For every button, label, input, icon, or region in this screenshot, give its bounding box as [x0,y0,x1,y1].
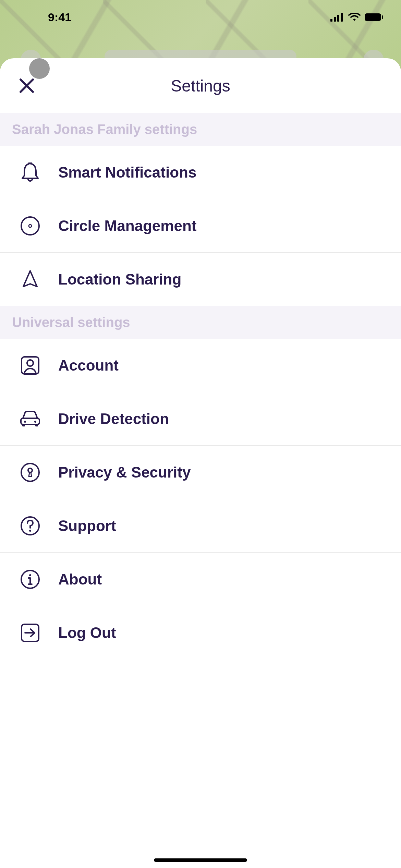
svg-point-8 [21,217,39,235]
menu-label: Account [58,357,119,374]
account-icon [19,354,41,376]
menu-item-smart-notifications[interactable]: Smart Notifications [0,146,401,199]
menu-item-account[interactable]: Account [0,339,401,392]
settings-sheet: Settings Sarah Jonas Family settings Sma… [0,58,401,868]
menu-label: Circle Management [58,217,196,234]
avatar [29,58,50,79]
cellular-icon [330,13,344,22]
menu-item-support[interactable]: Support [0,499,401,553]
status-time: 9:41 [48,11,71,24]
menu-item-drive-detection[interactable]: Drive Detection [0,392,401,446]
svg-rect-1 [334,17,336,22]
menu-label: About [58,571,102,588]
help-icon [19,515,41,537]
svg-point-13 [24,421,26,423]
menu-item-location-sharing[interactable]: Location Sharing [0,253,401,306]
menu-label: Support [58,517,116,534]
bell-icon [19,161,41,183]
menu-label: Drive Detection [58,410,169,427]
svg-rect-0 [330,19,332,22]
menu-item-log-out[interactable]: Log Out [0,606,401,659]
status-icons [330,13,384,22]
sheet-title: Settings [171,76,230,95]
location-icon [19,268,41,290]
svg-point-22 [29,574,31,576]
lock-icon [19,461,41,483]
battery-icon [365,13,384,22]
svg-rect-15 [22,424,25,426]
menu-label: Privacy & Security [58,464,191,481]
menu-item-about[interactable]: About [0,553,401,606]
svg-rect-5 [382,15,383,19]
menu-label: Location Sharing [58,271,181,288]
menu-item-privacy-security[interactable]: Privacy & Security [0,446,401,499]
menu-item-circle-management[interactable]: Circle Management [0,199,401,253]
svg-rect-16 [35,424,38,426]
section-header-universal: Universal settings [0,306,401,339]
car-icon [19,408,41,430]
circle-icon [19,215,41,237]
svg-rect-2 [337,15,339,22]
close-icon [19,77,35,94]
logout-icon [19,622,41,644]
sheet-header: Settings [0,58,401,113]
svg-point-11 [27,360,33,366]
home-indicator[interactable] [154,858,247,862]
close-button[interactable] [16,75,37,96]
svg-point-14 [34,421,36,423]
status-bar: 9:41 [0,0,401,34]
info-icon [19,568,41,590]
svg-point-9 [29,225,32,227]
menu-label: Log Out [58,624,116,641]
section-header-family: Sarah Jonas Family settings [0,113,401,146]
wifi-icon [348,13,361,22]
svg-point-18 [28,468,32,472]
svg-rect-3 [341,13,343,22]
svg-point-20 [29,530,31,532]
menu-label: Smart Notifications [58,164,196,181]
svg-rect-4 [365,13,381,21]
svg-rect-12 [21,418,39,424]
